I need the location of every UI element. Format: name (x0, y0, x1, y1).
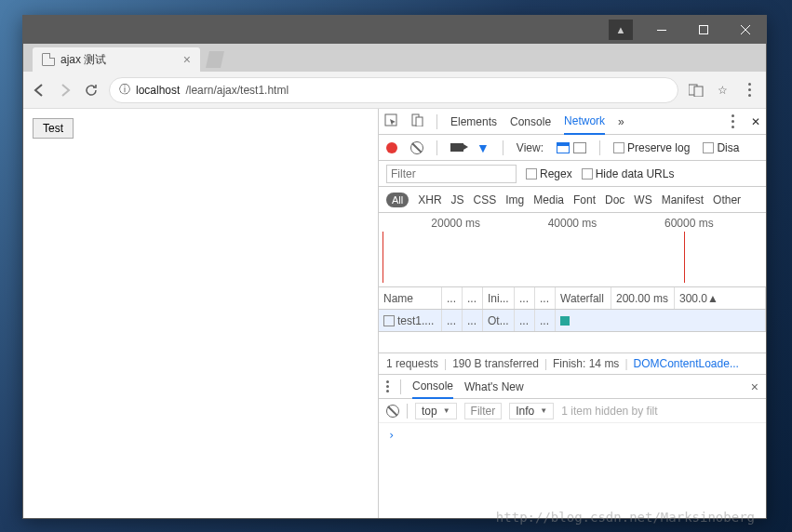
tick-1: 20000 ms (431, 217, 480, 230)
tab-bar: ajax 测试 × (23, 44, 766, 72)
tick-3: 60000 ms (664, 217, 714, 230)
type-all[interactable]: All (386, 193, 409, 207)
url-path: /learn/ajax/test1.html (185, 84, 289, 97)
regex-checkbox[interactable]: Regex (526, 167, 572, 180)
devtools-close-icon[interactable]: ✕ (751, 115, 760, 128)
titlebar: ▲ (23, 16, 766, 44)
url-host: localhost (136, 84, 180, 97)
context-select[interactable]: top▼ (415, 403, 457, 419)
hide-data-checkbox[interactable]: Hide data URLs (582, 167, 675, 180)
status-requests: 1 requests (386, 357, 438, 370)
svg-rect-8 (416, 117, 423, 126)
col-initiator[interactable]: Ini... (483, 287, 515, 309)
drawer-tab-console[interactable]: Console (412, 375, 453, 399)
close-button[interactable] (724, 16, 766, 44)
devtools-panel: Elements Console Network » ✕ ▼ View: (379, 109, 766, 518)
address-bar: ⓘ localhost/learn/ajax/test1.html ☆ (23, 72, 766, 109)
hidden-items-label: 1 item hidden by filt (561, 405, 657, 418)
view-label: View: (517, 141, 544, 154)
type-xhr[interactable]: XHR (418, 193, 441, 206)
browser-window: ▲ ajax 测试 × ⓘ localhost/learn/ajax/test1… (22, 15, 767, 519)
waterfall-bar (560, 316, 570, 326)
tab-network[interactable]: Network (564, 109, 605, 135)
status-transferred: 190 B transferred (452, 357, 539, 370)
filter-input[interactable] (386, 165, 517, 183)
col-waterfall[interactable]: Waterfall (556, 287, 611, 309)
tab-title: ajax 测试 (60, 52, 106, 68)
reload-button[interactable] (83, 82, 100, 99)
browser-tab[interactable]: ajax 测试 × (33, 47, 200, 72)
url-field[interactable]: ⓘ localhost/learn/ajax/test1.html (109, 77, 678, 103)
col-200[interactable]: 200.00 ms (611, 287, 675, 309)
translate-icon[interactable] (688, 82, 705, 99)
svg-rect-1 (699, 26, 707, 34)
drawer-menu-icon[interactable] (386, 380, 389, 392)
tab-close-icon[interactable]: × (183, 52, 191, 67)
type-ws[interactable]: WS (634, 193, 651, 206)
type-doc[interactable]: Doc (605, 193, 624, 206)
type-js[interactable]: JS (451, 193, 464, 206)
test-button[interactable]: Test (33, 118, 74, 139)
request-type-filter: All XHR JS CSS Img Media Font Doc WS Man… (379, 187, 766, 213)
network-status-bar: 1 requests| 190 B transferred| Finish: 1… (379, 352, 766, 375)
status-finish: Finish: 14 ms (553, 357, 619, 370)
content-area: Test Elements Console Network » ✕ (23, 109, 766, 518)
request-columns: Name ... ... Ini... ... ... Waterfall 20… (379, 287, 766, 310)
type-media[interactable]: Media (533, 193, 564, 206)
type-font[interactable]: Font (573, 193, 596, 206)
status-dcl: DOMContentLoade... (634, 357, 739, 370)
level-select[interactable]: Info▼ (509, 403, 554, 419)
network-toolbar: ▼ View: Preserve log Disa (379, 135, 766, 161)
file-icon (42, 53, 55, 66)
svg-rect-5 (694, 86, 703, 97)
disable-cache-checkbox[interactable]: Disa (703, 141, 739, 154)
forward-button[interactable] (57, 82, 74, 99)
type-manifest[interactable]: Manifest (662, 193, 704, 206)
more-tabs-icon[interactable]: » (618, 115, 624, 128)
console-toolbar: top▼ Filter Info▼ 1 item hidden by filt (379, 399, 766, 423)
inspect-icon[interactable] (384, 113, 397, 129)
bookmark-icon[interactable]: ☆ (714, 82, 731, 99)
tick-2: 40000 ms (548, 217, 597, 230)
device-icon[interactable] (410, 113, 423, 129)
drawer-close-icon[interactable]: × (751, 379, 758, 394)
record-icon[interactable] (386, 142, 397, 153)
view-options[interactable] (557, 142, 586, 153)
preserve-log-checkbox[interactable]: Preserve log (613, 141, 690, 154)
menu-button[interactable] (740, 83, 758, 97)
col-name[interactable]: Name (379, 287, 442, 309)
user-icon[interactable]: ▲ (609, 20, 633, 40)
tab-console[interactable]: Console (510, 110, 551, 134)
info-icon: ⓘ (119, 82, 130, 98)
new-tab-button[interactable] (206, 51, 224, 68)
drawer-tab-whatsnew[interactable]: What's New (464, 376, 524, 398)
network-filter-bar: Regex Hide data URLs (379, 161, 766, 187)
console-output[interactable]: › (379, 423, 766, 518)
watermark: http://blog.csdn.net/Marksinoberg (496, 510, 755, 525)
devtools-tab-bar: Elements Console Network » ✕ (379, 109, 766, 135)
file-icon (383, 315, 395, 326)
devtools-menu-icon[interactable] (723, 114, 742, 128)
timeline-overview[interactable]: 20000 ms 40000 ms 60000 ms (379, 213, 766, 287)
prompt-icon: › (388, 429, 395, 442)
type-css[interactable]: CSS (474, 193, 497, 206)
col-300[interactable]: 300.0▲ (675, 287, 766, 309)
console-clear-icon[interactable] (386, 405, 399, 418)
svg-rect-0 (657, 30, 666, 31)
type-img[interactable]: Img (505, 193, 524, 206)
back-button[interactable] (31, 82, 47, 99)
type-other[interactable]: Other (713, 193, 741, 206)
request-row[interactable]: test1.... ... ... Ot... ... ... (379, 310, 766, 332)
screenshot-icon[interactable] (450, 143, 463, 152)
page-content: Test (23, 109, 379, 518)
minimize-button[interactable] (640, 16, 682, 44)
tab-elements[interactable]: Elements (450, 110, 497, 134)
filter-icon[interactable]: ▼ (477, 140, 490, 155)
maximize-button[interactable] (682, 16, 724, 44)
console-filter-input[interactable]: Filter (464, 403, 503, 419)
clear-icon[interactable] (410, 141, 423, 154)
drawer-tab-bar: Console What's New × (379, 375, 766, 399)
